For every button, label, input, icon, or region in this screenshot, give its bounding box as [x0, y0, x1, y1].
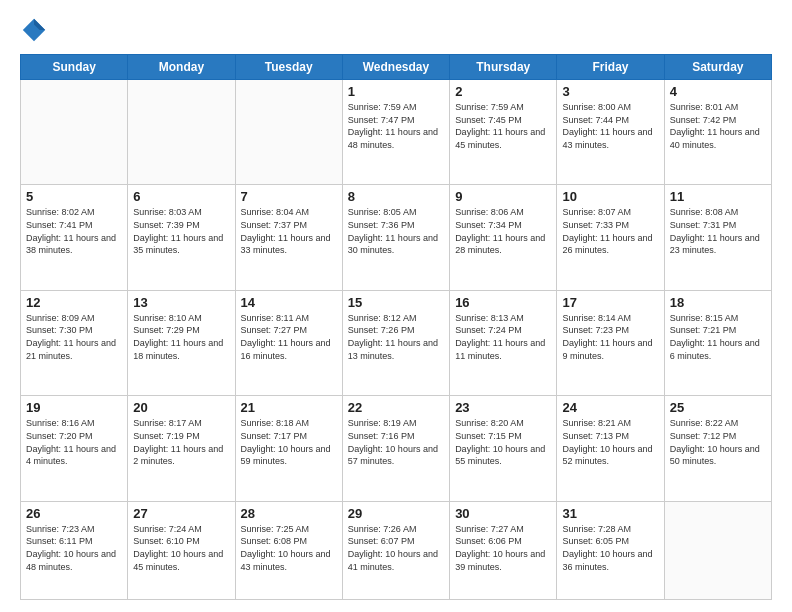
- day-cell: 26Sunrise: 7:23 AM Sunset: 6:11 PM Dayli…: [21, 501, 128, 599]
- day-info: Sunrise: 8:05 AM Sunset: 7:36 PM Dayligh…: [348, 206, 444, 256]
- day-number: 2: [455, 84, 551, 99]
- day-info: Sunrise: 8:07 AM Sunset: 7:33 PM Dayligh…: [562, 206, 658, 256]
- day-info: Sunrise: 8:15 AM Sunset: 7:21 PM Dayligh…: [670, 312, 766, 362]
- day-number: 4: [670, 84, 766, 99]
- weekday-friday: Friday: [557, 55, 664, 80]
- day-number: 6: [133, 189, 229, 204]
- day-number: 28: [241, 506, 337, 521]
- day-number: 27: [133, 506, 229, 521]
- day-cell: 16Sunrise: 8:13 AM Sunset: 7:24 PM Dayli…: [450, 290, 557, 395]
- day-info: Sunrise: 8:09 AM Sunset: 7:30 PM Dayligh…: [26, 312, 122, 362]
- day-number: 8: [348, 189, 444, 204]
- day-cell: 22Sunrise: 8:19 AM Sunset: 7:16 PM Dayli…: [342, 396, 449, 501]
- day-number: 30: [455, 506, 551, 521]
- day-cell: 14Sunrise: 8:11 AM Sunset: 7:27 PM Dayli…: [235, 290, 342, 395]
- day-info: Sunrise: 7:24 AM Sunset: 6:10 PM Dayligh…: [133, 523, 229, 573]
- day-info: Sunrise: 8:11 AM Sunset: 7:27 PM Dayligh…: [241, 312, 337, 362]
- day-number: 21: [241, 400, 337, 415]
- day-info: Sunrise: 7:27 AM Sunset: 6:06 PM Dayligh…: [455, 523, 551, 573]
- day-number: 24: [562, 400, 658, 415]
- day-info: Sunrise: 7:59 AM Sunset: 7:47 PM Dayligh…: [348, 101, 444, 151]
- day-number: 31: [562, 506, 658, 521]
- page: SundayMondayTuesdayWednesdayThursdayFrid…: [0, 0, 792, 612]
- calendar-table: SundayMondayTuesdayWednesdayThursdayFrid…: [20, 54, 772, 600]
- day-cell: 9Sunrise: 8:06 AM Sunset: 7:34 PM Daylig…: [450, 185, 557, 290]
- day-number: 20: [133, 400, 229, 415]
- day-cell: 6Sunrise: 8:03 AM Sunset: 7:39 PM Daylig…: [128, 185, 235, 290]
- day-info: Sunrise: 8:22 AM Sunset: 7:12 PM Dayligh…: [670, 417, 766, 467]
- day-number: 15: [348, 295, 444, 310]
- weekday-monday: Monday: [128, 55, 235, 80]
- day-number: 16: [455, 295, 551, 310]
- day-number: 5: [26, 189, 122, 204]
- day-cell: 5Sunrise: 8:02 AM Sunset: 7:41 PM Daylig…: [21, 185, 128, 290]
- day-cell: [664, 501, 771, 599]
- day-cell: 1Sunrise: 7:59 AM Sunset: 7:47 PM Daylig…: [342, 80, 449, 185]
- day-info: Sunrise: 8:00 AM Sunset: 7:44 PM Dayligh…: [562, 101, 658, 151]
- day-info: Sunrise: 7:25 AM Sunset: 6:08 PM Dayligh…: [241, 523, 337, 573]
- day-cell: 19Sunrise: 8:16 AM Sunset: 7:20 PM Dayli…: [21, 396, 128, 501]
- day-cell: 31Sunrise: 7:28 AM Sunset: 6:05 PM Dayli…: [557, 501, 664, 599]
- day-number: 22: [348, 400, 444, 415]
- logo: [20, 16, 52, 44]
- day-info: Sunrise: 8:18 AM Sunset: 7:17 PM Dayligh…: [241, 417, 337, 467]
- day-info: Sunrise: 8:12 AM Sunset: 7:26 PM Dayligh…: [348, 312, 444, 362]
- day-cell: 21Sunrise: 8:18 AM Sunset: 7:17 PM Dayli…: [235, 396, 342, 501]
- day-info: Sunrise: 8:13 AM Sunset: 7:24 PM Dayligh…: [455, 312, 551, 362]
- day-cell: 4Sunrise: 8:01 AM Sunset: 7:42 PM Daylig…: [664, 80, 771, 185]
- day-info: Sunrise: 8:16 AM Sunset: 7:20 PM Dayligh…: [26, 417, 122, 467]
- day-info: Sunrise: 8:01 AM Sunset: 7:42 PM Dayligh…: [670, 101, 766, 151]
- day-info: Sunrise: 8:03 AM Sunset: 7:39 PM Dayligh…: [133, 206, 229, 256]
- day-number: 1: [348, 84, 444, 99]
- day-info: Sunrise: 7:26 AM Sunset: 6:07 PM Dayligh…: [348, 523, 444, 573]
- day-cell: 13Sunrise: 8:10 AM Sunset: 7:29 PM Dayli…: [128, 290, 235, 395]
- day-number: 3: [562, 84, 658, 99]
- day-cell: 10Sunrise: 8:07 AM Sunset: 7:33 PM Dayli…: [557, 185, 664, 290]
- day-info: Sunrise: 8:20 AM Sunset: 7:15 PM Dayligh…: [455, 417, 551, 467]
- day-cell: 25Sunrise: 8:22 AM Sunset: 7:12 PM Dayli…: [664, 396, 771, 501]
- day-cell: 23Sunrise: 8:20 AM Sunset: 7:15 PM Dayli…: [450, 396, 557, 501]
- day-info: Sunrise: 7:28 AM Sunset: 6:05 PM Dayligh…: [562, 523, 658, 573]
- day-cell: 18Sunrise: 8:15 AM Sunset: 7:21 PM Dayli…: [664, 290, 771, 395]
- day-cell: [235, 80, 342, 185]
- day-number: 7: [241, 189, 337, 204]
- day-cell: 7Sunrise: 8:04 AM Sunset: 7:37 PM Daylig…: [235, 185, 342, 290]
- week-row-1: 5Sunrise: 8:02 AM Sunset: 7:41 PM Daylig…: [21, 185, 772, 290]
- header: [20, 16, 772, 44]
- day-cell: 30Sunrise: 7:27 AM Sunset: 6:06 PM Dayli…: [450, 501, 557, 599]
- day-cell: 3Sunrise: 8:00 AM Sunset: 7:44 PM Daylig…: [557, 80, 664, 185]
- day-info: Sunrise: 8:02 AM Sunset: 7:41 PM Dayligh…: [26, 206, 122, 256]
- weekday-thursday: Thursday: [450, 55, 557, 80]
- day-info: Sunrise: 8:04 AM Sunset: 7:37 PM Dayligh…: [241, 206, 337, 256]
- day-info: Sunrise: 8:08 AM Sunset: 7:31 PM Dayligh…: [670, 206, 766, 256]
- day-cell: 20Sunrise: 8:17 AM Sunset: 7:19 PM Dayli…: [128, 396, 235, 501]
- day-info: Sunrise: 8:06 AM Sunset: 7:34 PM Dayligh…: [455, 206, 551, 256]
- week-row-4: 26Sunrise: 7:23 AM Sunset: 6:11 PM Dayli…: [21, 501, 772, 599]
- day-cell: 8Sunrise: 8:05 AM Sunset: 7:36 PM Daylig…: [342, 185, 449, 290]
- week-row-2: 12Sunrise: 8:09 AM Sunset: 7:30 PM Dayli…: [21, 290, 772, 395]
- day-cell: 2Sunrise: 7:59 AM Sunset: 7:45 PM Daylig…: [450, 80, 557, 185]
- day-cell: 11Sunrise: 8:08 AM Sunset: 7:31 PM Dayli…: [664, 185, 771, 290]
- day-number: 25: [670, 400, 766, 415]
- day-info: Sunrise: 7:59 AM Sunset: 7:45 PM Dayligh…: [455, 101, 551, 151]
- day-cell: 24Sunrise: 8:21 AM Sunset: 7:13 PM Dayli…: [557, 396, 664, 501]
- logo-icon: [20, 16, 48, 44]
- day-number: 13: [133, 295, 229, 310]
- day-cell: 29Sunrise: 7:26 AM Sunset: 6:07 PM Dayli…: [342, 501, 449, 599]
- day-info: Sunrise: 8:21 AM Sunset: 7:13 PM Dayligh…: [562, 417, 658, 467]
- weekday-sunday: Sunday: [21, 55, 128, 80]
- day-number: 12: [26, 295, 122, 310]
- day-number: 9: [455, 189, 551, 204]
- day-number: 14: [241, 295, 337, 310]
- day-info: Sunrise: 8:10 AM Sunset: 7:29 PM Dayligh…: [133, 312, 229, 362]
- day-number: 10: [562, 189, 658, 204]
- week-row-3: 19Sunrise: 8:16 AM Sunset: 7:20 PM Dayli…: [21, 396, 772, 501]
- day-number: 23: [455, 400, 551, 415]
- day-number: 26: [26, 506, 122, 521]
- weekday-tuesday: Tuesday: [235, 55, 342, 80]
- day-info: Sunrise: 8:14 AM Sunset: 7:23 PM Dayligh…: [562, 312, 658, 362]
- weekday-wednesday: Wednesday: [342, 55, 449, 80]
- day-cell: 12Sunrise: 8:09 AM Sunset: 7:30 PM Dayli…: [21, 290, 128, 395]
- day-cell: [128, 80, 235, 185]
- day-info: Sunrise: 7:23 AM Sunset: 6:11 PM Dayligh…: [26, 523, 122, 573]
